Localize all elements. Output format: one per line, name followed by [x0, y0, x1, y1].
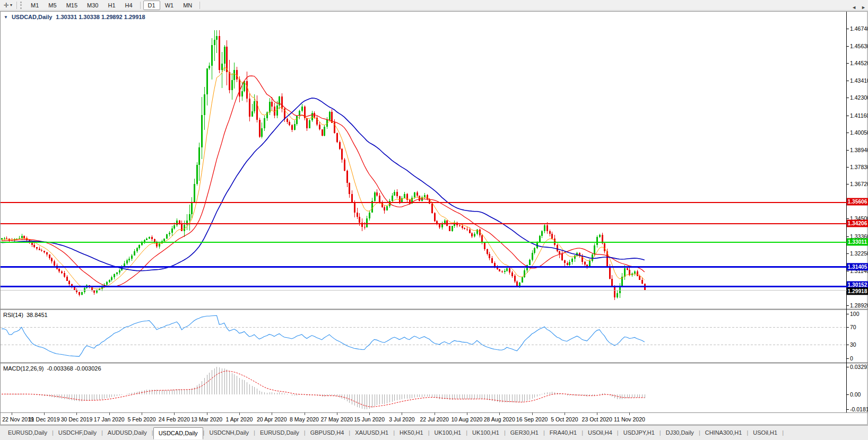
tab-scroll-arrows: ◄ ►: [852, 5, 866, 10]
macd-caption: MACD(12,26,9) -0.003368 -0.003026: [3, 365, 101, 372]
timeframe-button-h4[interactable]: H4: [120, 1, 137, 10]
symbol-tab-uk100-h1[interactable]: UK100,H1: [429, 427, 466, 438]
trading-platform-window: ✛ ▾ M1M5M15M30H1H4D1W1MN 1.467401.456301…: [0, 0, 868, 440]
symbol-tab-usdjpy-h1[interactable]: USDJPY,H1: [619, 427, 659, 438]
collapse-arrow-icon[interactable]: ▼: [4, 14, 8, 21]
symbol-tab-usoil-h4[interactable]: USOil,H4: [583, 427, 617, 438]
tab-scroll-right-icon[interactable]: ►: [861, 5, 866, 10]
timeframe-button-mn[interactable]: MN: [178, 1, 197, 10]
timeframe-button-h1[interactable]: H1: [103, 1, 120, 10]
rsi-caption: RSI(14) 38.8451: [3, 312, 48, 318]
timeframe-button-m5[interactable]: M5: [44, 1, 61, 10]
chart-title: ▼ USDCAD,Daily 1.30331 1.30338 1.29892 1…: [4, 14, 145, 21]
toolbar-grip[interactable]: [20, 2, 23, 9]
symbol-tab-fra40-h1[interactable]: FRA40,H1: [545, 427, 581, 438]
symbol-tab-uk100-h1[interactable]: UK100,H1: [467, 427, 504, 438]
crosshair-icon[interactable]: ✛: [3, 1, 10, 10]
macd-values: -0.003368 -0.003026: [47, 365, 101, 372]
symbol-tab-hk50-h1[interactable]: HK50,H1: [395, 427, 428, 438]
symbol-tab-dj30-daily[interactable]: DJ30,Daily: [661, 427, 699, 438]
toolbar-separator: [16, 2, 17, 9]
symbol-tab-usdcnh-daily[interactable]: USDCNH,Daily: [204, 427, 254, 438]
symbol-tab-bar: EURUSD,Daily|USDCHF,Daily|AUDUSD,Daily|U…: [0, 425, 868, 440]
timeframe-button-m30[interactable]: M30: [82, 1, 103, 10]
symbol-tab-xauusd-h1[interactable]: XAUUSD,H1: [350, 427, 393, 438]
timeframe-button-m15[interactable]: M15: [62, 1, 82, 10]
timeframe-button-w1[interactable]: W1: [160, 1, 179, 10]
timeframe-button-d1[interactable]: D1: [143, 1, 160, 10]
symbol-tab-usdcad-daily[interactable]: USDCAD,Daily: [153, 427, 203, 439]
symbol-tab-eurusd-daily[interactable]: EURUSD,Daily: [3, 427, 52, 438]
chevron-down-icon[interactable]: ▾: [10, 3, 14, 7]
chart-window: [0, 11, 867, 425]
chart-symbol-period: USDCAD,Daily: [12, 14, 52, 21]
tab-scroll-left-icon[interactable]: ◄: [852, 5, 856, 10]
toolbar-separator: [199, 2, 200, 9]
symbol-tab-eurusd-daily[interactable]: EURUSD,Daily: [255, 427, 304, 438]
symbol-tab-usoil-h1[interactable]: USOil,H1: [748, 427, 782, 438]
timeframe-toolbar: ✛ ▾ M1M5M15M30H1H4D1W1MN: [0, 0, 868, 11]
symbol-tab-ger30-h1[interactable]: GER30,H1: [506, 427, 543, 438]
timeframe-button-m1[interactable]: M1: [26, 1, 44, 10]
symbol-tab-gbpusd-h4[interactable]: GBPUSD,H4: [306, 427, 349, 438]
symbol-tab-audusd-daily[interactable]: AUDUSD,Daily: [103, 427, 152, 438]
symbol-tab-usdchf-daily[interactable]: USDCHF,Daily: [54, 427, 101, 438]
rsi-value: 38.8451: [27, 312, 48, 318]
symbol-tab-china300-h1[interactable]: CHINA300,H1: [700, 427, 747, 438]
rsi-label: RSI(14): [3, 312, 23, 318]
chart-ohlc-values: 1.30331 1.30338 1.29892 1.29918: [56, 14, 145, 21]
tab-separator: |: [782, 427, 784, 438]
macd-label: MACD(12,26,9): [3, 365, 44, 372]
toolbar-separator: [140, 2, 141, 9]
